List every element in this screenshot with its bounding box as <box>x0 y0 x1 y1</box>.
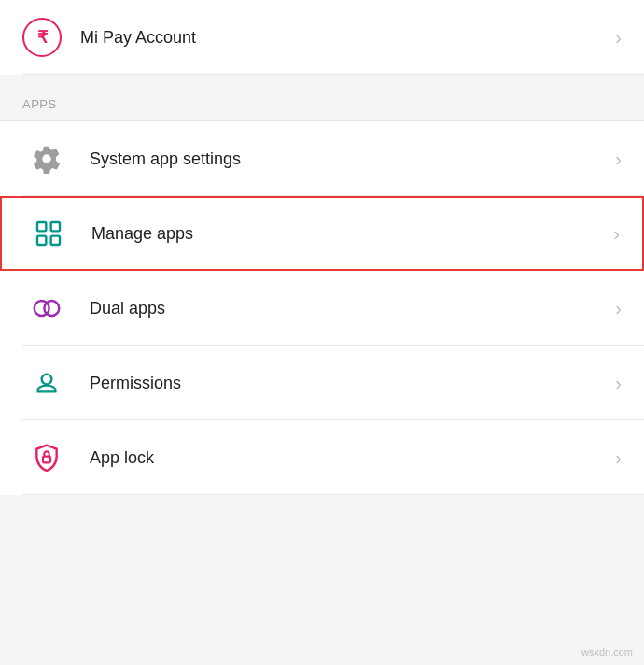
watermark: wsxdn.com <box>581 646 633 658</box>
dual-apps-label: Dual apps <box>90 299 608 318</box>
chevron-icon: › <box>615 447 622 469</box>
apps-section-header: APPS <box>0 75 644 120</box>
svg-rect-0 <box>37 222 46 231</box>
permissions-item[interactable]: Permissions › <box>0 346 644 420</box>
mi-pay-label: Mi Pay Account <box>80 28 608 48</box>
app-lock-label: App lock <box>90 448 608 468</box>
svg-point-5 <box>44 301 59 316</box>
svg-rect-1 <box>51 222 60 231</box>
chevron-icon: › <box>615 149 622 170</box>
manage-apps-item[interactable]: Manage apps › <box>0 196 644 271</box>
chevron-icon: › <box>615 27 622 49</box>
mi-pay-account-item[interactable]: ₹ Mi Pay Account › <box>0 0 644 75</box>
system-app-settings-label: System app settings <box>90 149 608 169</box>
dual-apps-item[interactable]: Dual apps › <box>0 271 644 346</box>
chevron-icon: › <box>613 223 620 245</box>
svg-point-6 <box>42 375 52 385</box>
svg-rect-2 <box>37 236 46 245</box>
permissions-label: Permissions <box>90 374 608 393</box>
manage-apps-label: Manage apps <box>91 224 606 244</box>
rupee-icon: ₹ <box>22 18 62 57</box>
badge-icon <box>22 359 71 407</box>
svg-rect-7 <box>43 457 50 463</box>
chevron-icon: › <box>615 298 622 319</box>
system-app-settings-item[interactable]: System app settings › <box>0 121 644 196</box>
app-lock-item[interactable]: App lock › <box>0 420 644 495</box>
shield-lock-icon <box>22 433 71 482</box>
svg-rect-3 <box>51 236 60 245</box>
gear-icon <box>22 134 71 183</box>
chevron-icon: › <box>615 373 622 394</box>
grid-icon <box>24 209 73 258</box>
dual-circle-icon <box>22 284 71 332</box>
